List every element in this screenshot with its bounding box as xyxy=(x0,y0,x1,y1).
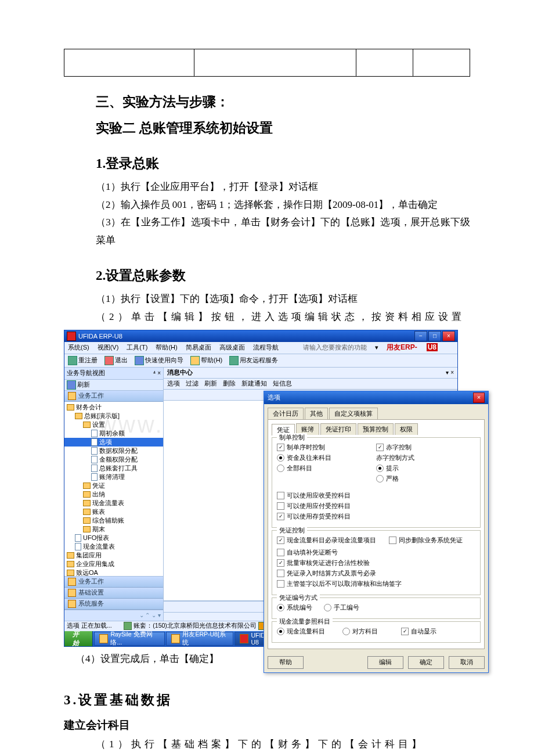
tree-item[interactable]: 数据权限分配 xyxy=(64,447,163,455)
tree-item[interactable]: UFO报表 xyxy=(64,534,163,542)
chk-inv-subject[interactable] xyxy=(277,513,284,520)
cancel-button[interactable]: 取消 xyxy=(449,656,485,669)
menu-adv-desktop[interactable]: 高级桌面 xyxy=(219,343,245,352)
msg-toolbar: 选项 过滤 刷新 删除 新建通知 短信息 xyxy=(164,379,457,390)
tree-item[interactable]: 凭证 xyxy=(64,481,163,490)
rad-system-no[interactable] xyxy=(277,604,284,611)
tree-item[interactable]: 综合辅助账 xyxy=(64,516,163,525)
tree-item[interactable]: 金额权限分配 xyxy=(64,455,163,464)
brand-logo: 用友ERP-U8 xyxy=(387,343,446,352)
start-button[interactable]: 开始 xyxy=(64,631,93,646)
subtab-print[interactable]: 凭证打印 xyxy=(320,423,356,435)
edit-button[interactable]: 编辑 xyxy=(367,656,403,669)
minimize-button[interactable]: − xyxy=(414,331,427,341)
rad-fund-subject[interactable] xyxy=(277,454,284,462)
band-business-2[interactable]: 业务工作 xyxy=(64,577,163,588)
chk-manager-sign[interactable] xyxy=(277,580,284,588)
msg-filter[interactable]: 过滤 xyxy=(186,379,199,388)
rad-strict[interactable] xyxy=(376,475,384,483)
group-numbering: 凭证编号方式 系统编号 手工编号 xyxy=(272,597,481,619)
tree-item[interactable]: 期末 xyxy=(64,525,163,534)
step-1-heading: 1.登录总账 xyxy=(96,154,470,172)
rad-all-subject[interactable] xyxy=(277,465,284,472)
tree-item[interactable]: 总账套打工具 xyxy=(64,464,163,473)
tree-item[interactable]: 集团应用 xyxy=(64,551,163,560)
tree-item[interactable]: 出纳 xyxy=(64,490,163,499)
quick-wizard-button[interactable]: 快速使用向导 xyxy=(135,356,183,365)
ok-button[interactable]: 确定 xyxy=(408,656,444,669)
chk-ar-subject[interactable] xyxy=(277,492,284,499)
nav-tree[interactable]: 财务会计总账[演示版]设置期初余额选项数据权限分配金额权限分配总账套打工具账簿清… xyxy=(64,402,163,576)
rad-manual-no[interactable] xyxy=(324,604,331,611)
remote-service-button[interactable]: 用友远程服务 xyxy=(229,356,278,365)
tab-custom[interactable]: 自定义项核算 xyxy=(329,408,378,419)
menu-system[interactable]: 系统(S) xyxy=(68,343,89,352)
msg-opt[interactable]: 选项 xyxy=(167,379,180,388)
chk-seq-control[interactable] xyxy=(277,444,284,451)
rad-tip[interactable] xyxy=(376,465,384,472)
chk-auto-fill[interactable] xyxy=(277,549,284,556)
menu-view[interactable]: 视图(V) xyxy=(98,343,119,352)
menu-tools[interactable]: 工具(T) xyxy=(127,343,147,352)
taskbar-item-2[interactable]: 用友ERP-U8[系统 xyxy=(166,632,233,646)
window-titlebar: UFIDA ERP-U8 − □ × xyxy=(64,330,457,342)
group-voucher-ctrl2: 凭证控制 现金流量科目必录现金流量项目 同步删除业务系统凭证 自动填补凭证断号 … xyxy=(272,530,481,595)
subtab-budget[interactable]: 预算控制 xyxy=(358,423,394,435)
step-2a: （1）执行【设置】下的【选项】命令，打开【选项】对话框 xyxy=(96,290,470,308)
dialog-buttons: 帮助 编辑 确定 取消 xyxy=(264,653,488,672)
msg-sms[interactable]: 短信息 xyxy=(273,379,292,388)
maximize-button[interactable]: □ xyxy=(428,331,441,341)
tree-item[interactable]: 选项 xyxy=(64,438,163,447)
band-basic-settings[interactable]: 基础设置 xyxy=(64,588,163,599)
step-3a: （1）执行【基础档案】下的【财务】下的【会计科目】 xyxy=(96,736,470,754)
rad-counter-subject[interactable] xyxy=(342,628,350,635)
tree-item[interactable]: 总账[演示版] xyxy=(64,412,163,420)
tree-item[interactable]: 企业应用集成 xyxy=(64,560,163,568)
left-pane: 业务导航视图⁴ × 刷新 业务工作 财务会计总账[演示版]设置期初余额选项数据权… xyxy=(64,368,164,621)
section-3-heading: 三、实验方法与步骤： xyxy=(96,93,470,111)
tree-item[interactable]: 账簿清理 xyxy=(64,473,163,481)
tree-item[interactable]: 设置 xyxy=(64,420,163,429)
tree-item[interactable]: 财务会计 xyxy=(64,403,163,412)
dialog-title: 选项 xyxy=(268,393,280,402)
app-screenshot: www.bdocx.com UFIDA ERP-U8 − □ × 系统(S) 视… xyxy=(64,330,458,647)
help-button[interactable]: 帮助(H) xyxy=(190,356,222,365)
exit-button[interactable]: 退出 xyxy=(104,356,128,365)
window-title: UFIDA ERP-U8 xyxy=(78,333,122,340)
help-button[interactable]: 帮助 xyxy=(268,656,304,669)
relogin-button[interactable]: 重注册 xyxy=(68,356,98,365)
band-system-service[interactable]: 系统服务 xyxy=(64,599,163,610)
tree-item[interactable]: 现金流量表 xyxy=(64,542,163,551)
dialog-close-button[interactable]: × xyxy=(473,393,485,403)
rad-cashflow-subject[interactable] xyxy=(277,628,284,635)
tree-item[interactable]: 期初余额 xyxy=(64,429,163,438)
band-business[interactable]: 业务工作 xyxy=(64,391,163,402)
menu-flow-nav[interactable]: 流程导航 xyxy=(253,343,279,352)
msg-delete[interactable]: 删除 xyxy=(223,379,236,388)
chk-auto-show[interactable] xyxy=(401,628,409,635)
msg-refresh[interactable]: 刷新 xyxy=(204,379,217,388)
msg-center-bar: 消息中心▾ × xyxy=(164,368,457,379)
left-refresh[interactable]: 刷新 xyxy=(64,380,163,391)
experiment-title: 实验二 总账管理系统初始设置 xyxy=(96,119,470,137)
close-button[interactable]: × xyxy=(442,331,455,341)
tree-item[interactable]: 账表 xyxy=(64,507,163,516)
chk-cashflow-required[interactable] xyxy=(277,537,284,544)
menu-help[interactable]: 帮助(H) xyxy=(156,343,177,352)
chk-deficit-control[interactable] xyxy=(376,444,384,451)
taskbar-item-1[interactable]: RaySile 免费网络... xyxy=(94,632,165,646)
tree-item[interactable]: 现金流量表 xyxy=(64,499,163,507)
chk-settle-required[interactable] xyxy=(277,570,284,577)
search-hint[interactable]: 请输入您要搜索的功能 xyxy=(303,343,367,352)
blank-header-table xyxy=(64,49,470,77)
chk-sync-delete[interactable] xyxy=(389,537,396,544)
chk-ap-subject[interactable] xyxy=(277,502,284,510)
tab-other[interactable]: 其他 xyxy=(305,408,328,419)
msg-new[interactable]: 新建通知 xyxy=(241,379,267,388)
chk-batch-audit[interactable] xyxy=(277,559,284,567)
tab-calendar[interactable]: 会计日历 xyxy=(268,408,304,419)
menu-simple-desktop[interactable]: 简易桌面 xyxy=(186,343,211,352)
tree-item[interactable]: 致远OA xyxy=(64,568,163,576)
subtab-perm[interactable]: 权限 xyxy=(395,423,418,435)
folder-icon xyxy=(68,392,76,400)
